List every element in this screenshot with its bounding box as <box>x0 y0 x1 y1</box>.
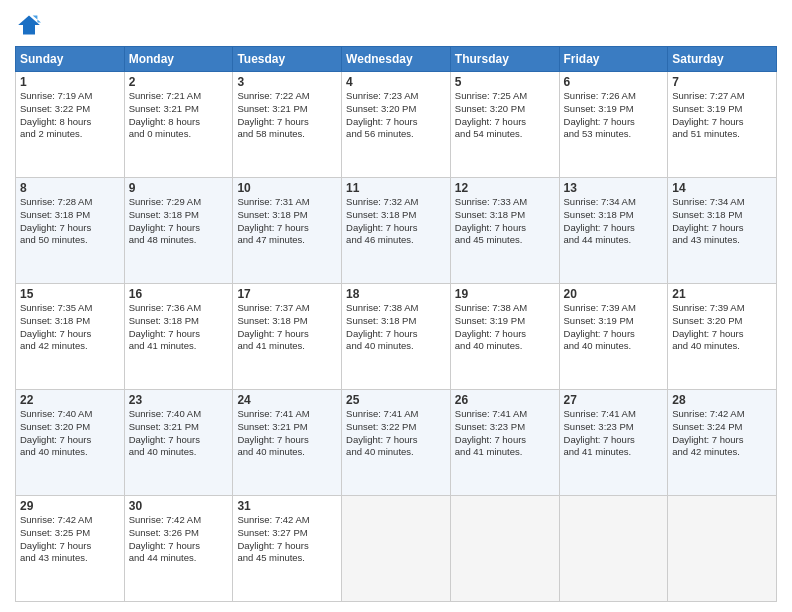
calendar-table: SundayMondayTuesdayWednesdayThursdayFrid… <box>15 46 777 602</box>
cell-info-line: and 40 minutes. <box>455 340 555 353</box>
cell-info-line: Daylight: 7 hours <box>237 540 337 553</box>
day-number: 23 <box>129 393 229 407</box>
cell-info-line: Sunrise: 7:31 AM <box>237 196 337 209</box>
cell-info-line: Daylight: 7 hours <box>237 116 337 129</box>
day-number: 31 <box>237 499 337 513</box>
weekday-tuesday: Tuesday <box>233 47 342 72</box>
cell-info-line: and 48 minutes. <box>129 234 229 247</box>
cell-info-line: Daylight: 7 hours <box>237 434 337 447</box>
header <box>15 10 777 40</box>
cell-info-line: Sunrise: 7:41 AM <box>346 408 446 421</box>
cell-info-line: and 43 minutes. <box>20 552 120 565</box>
cell-info-line: Daylight: 7 hours <box>20 222 120 235</box>
cell-info-line: Sunrise: 7:38 AM <box>455 302 555 315</box>
day-number: 18 <box>346 287 446 301</box>
cell-info-line: Sunset: 3:22 PM <box>346 421 446 434</box>
cell-info-line: Sunrise: 7:41 AM <box>455 408 555 421</box>
cell-info-line: Daylight: 7 hours <box>672 328 772 341</box>
day-number: 22 <box>20 393 120 407</box>
cell-info-line: and 47 minutes. <box>237 234 337 247</box>
day-number: 7 <box>672 75 772 89</box>
calendar-body: 1Sunrise: 7:19 AMSunset: 3:22 PMDaylight… <box>16 72 777 602</box>
calendar-cell: 2Sunrise: 7:21 AMSunset: 3:21 PMDaylight… <box>124 72 233 178</box>
day-number: 14 <box>672 181 772 195</box>
calendar-cell: 8Sunrise: 7:28 AMSunset: 3:18 PMDaylight… <box>16 178 125 284</box>
cell-info-line: Daylight: 8 hours <box>20 116 120 129</box>
calendar-cell <box>668 496 777 602</box>
calendar-cell: 28Sunrise: 7:42 AMSunset: 3:24 PMDayligh… <box>668 390 777 496</box>
cell-info-line: Sunset: 3:18 PM <box>129 209 229 222</box>
calendar-cell: 6Sunrise: 7:26 AMSunset: 3:19 PMDaylight… <box>559 72 668 178</box>
cell-info-line: Sunrise: 7:42 AM <box>20 514 120 527</box>
calendar-cell: 31Sunrise: 7:42 AMSunset: 3:27 PMDayligh… <box>233 496 342 602</box>
cell-info-line: and 44 minutes. <box>564 234 664 247</box>
cell-info-line: Daylight: 7 hours <box>129 434 229 447</box>
weekday-saturday: Saturday <box>668 47 777 72</box>
cell-info-line: Sunrise: 7:39 AM <box>672 302 772 315</box>
cell-info-line: Sunset: 3:21 PM <box>129 103 229 116</box>
cell-info-line: Sunset: 3:22 PM <box>20 103 120 116</box>
cell-info-line: Daylight: 7 hours <box>346 222 446 235</box>
calendar-cell: 9Sunrise: 7:29 AMSunset: 3:18 PMDaylight… <box>124 178 233 284</box>
weekday-wednesday: Wednesday <box>342 47 451 72</box>
cell-info-line: Sunset: 3:21 PM <box>237 103 337 116</box>
cell-info-line: Daylight: 7 hours <box>129 328 229 341</box>
cell-info-line: Daylight: 7 hours <box>20 328 120 341</box>
calendar-cell: 29Sunrise: 7:42 AMSunset: 3:25 PMDayligh… <box>16 496 125 602</box>
cell-info-line: Sunrise: 7:41 AM <box>237 408 337 421</box>
cell-info-line: and 0 minutes. <box>129 128 229 141</box>
cell-info-line: Sunset: 3:18 PM <box>346 209 446 222</box>
day-number: 24 <box>237 393 337 407</box>
day-number: 1 <box>20 75 120 89</box>
cell-info-line: Sunrise: 7:23 AM <box>346 90 446 103</box>
cell-info-line: Sunset: 3:25 PM <box>20 527 120 540</box>
calendar-cell: 21Sunrise: 7:39 AMSunset: 3:20 PMDayligh… <box>668 284 777 390</box>
cell-info-line: and 40 minutes. <box>237 446 337 459</box>
day-number: 21 <box>672 287 772 301</box>
cell-info-line: Sunset: 3:19 PM <box>672 103 772 116</box>
cell-info-line: Sunrise: 7:26 AM <box>564 90 664 103</box>
cell-info-line: Daylight: 7 hours <box>455 116 555 129</box>
cell-info-line: Sunset: 3:18 PM <box>129 315 229 328</box>
week-row-2: 8Sunrise: 7:28 AMSunset: 3:18 PMDaylight… <box>16 178 777 284</box>
calendar-cell: 30Sunrise: 7:42 AMSunset: 3:26 PMDayligh… <box>124 496 233 602</box>
weekday-thursday: Thursday <box>450 47 559 72</box>
logo-icon <box>17 14 41 36</box>
cell-info-line: and 40 minutes. <box>20 446 120 459</box>
cell-info-line: and 43 minutes. <box>672 234 772 247</box>
cell-info-line: and 50 minutes. <box>20 234 120 247</box>
cell-info-line: Sunrise: 7:25 AM <box>455 90 555 103</box>
day-number: 17 <box>237 287 337 301</box>
calendar-cell: 1Sunrise: 7:19 AMSunset: 3:22 PMDaylight… <box>16 72 125 178</box>
page: SundayMondayTuesdayWednesdayThursdayFrid… <box>0 0 792 612</box>
cell-info-line: Sunset: 3:21 PM <box>129 421 229 434</box>
day-number: 27 <box>564 393 664 407</box>
cell-info-line: and 2 minutes. <box>20 128 120 141</box>
cell-info-line: Sunrise: 7:37 AM <box>237 302 337 315</box>
day-number: 15 <box>20 287 120 301</box>
weekday-header-row: SundayMondayTuesdayWednesdayThursdayFrid… <box>16 47 777 72</box>
cell-info-line: Sunrise: 7:40 AM <box>129 408 229 421</box>
day-number: 13 <box>564 181 664 195</box>
cell-info-line: Sunrise: 7:36 AM <box>129 302 229 315</box>
calendar-cell: 3Sunrise: 7:22 AMSunset: 3:21 PMDaylight… <box>233 72 342 178</box>
calendar-cell: 10Sunrise: 7:31 AMSunset: 3:18 PMDayligh… <box>233 178 342 284</box>
calendar-cell: 27Sunrise: 7:41 AMSunset: 3:23 PMDayligh… <box>559 390 668 496</box>
day-number: 12 <box>455 181 555 195</box>
cell-info-line: Daylight: 7 hours <box>455 222 555 235</box>
calendar-cell <box>450 496 559 602</box>
day-number: 2 <box>129 75 229 89</box>
day-number: 5 <box>455 75 555 89</box>
cell-info-line: Daylight: 7 hours <box>672 222 772 235</box>
cell-info-line: Sunset: 3:20 PM <box>672 315 772 328</box>
cell-info-line: and 58 minutes. <box>237 128 337 141</box>
calendar-cell: 26Sunrise: 7:41 AMSunset: 3:23 PMDayligh… <box>450 390 559 496</box>
cell-info-line: Daylight: 8 hours <box>129 116 229 129</box>
cell-info-line: Daylight: 7 hours <box>564 116 664 129</box>
cell-info-line: and 45 minutes. <box>237 552 337 565</box>
cell-info-line: Sunrise: 7:27 AM <box>672 90 772 103</box>
cell-info-line: Sunrise: 7:33 AM <box>455 196 555 209</box>
cell-info-line: Sunset: 3:20 PM <box>20 421 120 434</box>
calendar-cell: 16Sunrise: 7:36 AMSunset: 3:18 PMDayligh… <box>124 284 233 390</box>
day-number: 26 <box>455 393 555 407</box>
